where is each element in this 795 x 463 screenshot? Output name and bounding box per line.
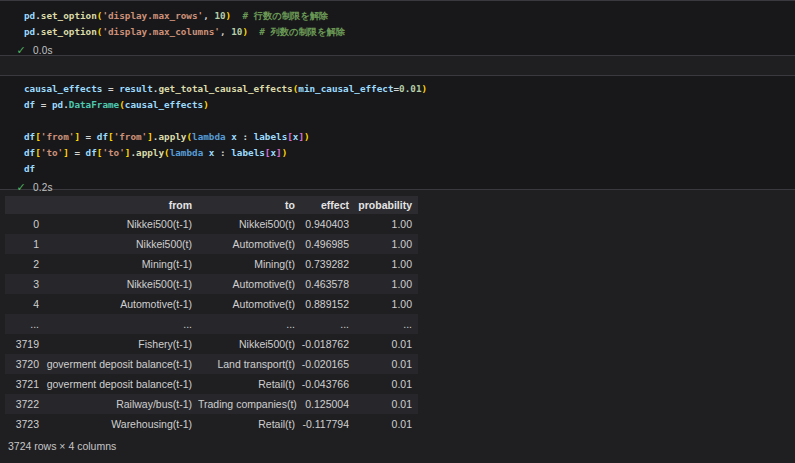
table-cell: 0.01 <box>355 394 418 414</box>
column-header: to <box>198 196 301 214</box>
table-cell: Automotive(t) <box>198 274 301 294</box>
table-cell: 4 <box>5 294 45 314</box>
column-header <box>5 196 45 214</box>
table-cell: -0.020165 <box>301 354 355 374</box>
code-line: df = pd.DataFrame(causal_effects) <box>24 97 795 113</box>
table-cell: -0.043766 <box>301 374 355 394</box>
code-line: pd.set_option('display.max_rows', 10) # … <box>24 8 795 24</box>
table-cell: 2 <box>5 254 45 274</box>
cell-output: fromtoeffectprobability 0Nikkei500(t-1)N… <box>0 190 795 452</box>
dataframe-body: 0Nikkei500(t-1)Nikkei500(t)0.9404031.001… <box>5 214 418 434</box>
table-row: 3722Railway/bus(t-1)Trading companies(t)… <box>5 394 418 414</box>
table-cell: Nikkei500(t) <box>45 234 198 254</box>
table-cell: 0.125004 <box>301 394 355 414</box>
code-cell-2: causal_effects = result.get_total_causal… <box>0 75 795 190</box>
dataframe-table: fromtoeffectprobability 0Nikkei500(t-1)N… <box>5 196 418 434</box>
table-cell: 0.739282 <box>301 254 355 274</box>
table-row: 3721goverment deposit balance(t-1)Retail… <box>5 374 418 394</box>
table-cell: 0 <box>5 214 45 234</box>
column-header: effect <box>301 196 355 214</box>
dataframe-header-row: fromtoeffectprobability <box>5 196 418 214</box>
table-cell: 3722 <box>5 394 45 414</box>
table-cell: Land transport(t) <box>198 354 301 374</box>
table-cell: 1 <box>5 234 45 254</box>
table-row: 3723Warehousing(t-1)Retail(t)-0.1177940.… <box>5 414 418 434</box>
notebook: pd.set_option('display.max_rows', 10) # … <box>0 0 795 452</box>
table-cell: Automotive(t) <box>198 234 301 254</box>
table-cell: Fishery(t-1) <box>45 334 198 354</box>
table-cell: 3719 <box>5 334 45 354</box>
table-cell: 3720 <box>5 354 45 374</box>
dataframe-shape-summary: 3724 rows × 4 columns <box>5 440 795 452</box>
table-row: 2Mining(t-1)Mining(t)0.7392821.00 <box>5 254 418 274</box>
table-cell: Nikkei500(t-1) <box>45 274 198 294</box>
table-cell: 0.01 <box>355 414 418 434</box>
table-row: 3720goverment deposit balance(t-1)Land t… <box>5 354 418 374</box>
column-header: probability <box>355 196 418 214</box>
success-check-icon: ✓ <box>9 181 33 194</box>
table-cell: Nikkei500(t) <box>198 214 301 234</box>
execution-time: 0.2s <box>33 182 53 193</box>
code-line: pd.set_option('display.max_columns', 10)… <box>24 24 795 40</box>
code-editor-1[interactable]: pd.set_option('display.max_rows', 10) # … <box>24 8 795 40</box>
table-cell: goverment deposit balance(t-1) <box>45 374 198 394</box>
table-cell: 3723 <box>5 414 45 434</box>
table-cell: 0.01 <box>355 374 418 394</box>
success-check-icon: ✓ <box>9 44 33 57</box>
table-cell: 0.889152 <box>301 294 355 314</box>
code-editor-2[interactable]: causal_effects = result.get_total_causal… <box>24 81 795 177</box>
table-row: 0Nikkei500(t-1)Nikkei500(t)0.9404031.00 <box>5 214 418 234</box>
table-row: 1Nikkei500(t)Automotive(t)0.4969851.00 <box>5 234 418 254</box>
table-cell: Nikkei500(t-1) <box>45 214 198 234</box>
execution-status-1: ✓ 0.0s <box>9 42 795 58</box>
table-cell: -0.117794 <box>301 414 355 434</box>
table-row: 3719Fishery(t-1)Nikkei500(t)-0.0187620.0… <box>5 334 418 354</box>
table-cell: Mining(t-1) <box>45 254 198 274</box>
table-row: 4Automotive(t-1)Automotive(t)0.8891521.0… <box>5 294 418 314</box>
table-row: ............... <box>5 314 418 334</box>
table-cell: ... <box>355 314 418 334</box>
table-cell: Retail(t) <box>198 414 301 434</box>
table-row: 3Nikkei500(t-1)Automotive(t)0.4635781.00 <box>5 274 418 294</box>
table-cell: 0.940403 <box>301 214 355 234</box>
table-cell: 0.496985 <box>301 234 355 254</box>
table-cell: -0.018762 <box>301 334 355 354</box>
code-line: causal_effects = result.get_total_causal… <box>24 81 795 97</box>
code-cell-1: pd.set_option('display.max_rows', 10) # … <box>0 0 795 56</box>
execution-time: 0.0s <box>33 45 53 56</box>
table-cell: 3 <box>5 274 45 294</box>
table-cell: Trading companies(t) <box>198 394 301 414</box>
code-line <box>24 113 795 129</box>
column-header: from <box>45 196 198 214</box>
table-cell: Railway/bus(t-1) <box>45 394 198 414</box>
table-cell: 1.00 <box>355 234 418 254</box>
table-cell: 1.00 <box>355 254 418 274</box>
table-cell: Retail(t) <box>198 374 301 394</box>
table-cell: 1.00 <box>355 294 418 314</box>
table-cell: 0.01 <box>355 354 418 374</box>
code-line: df <box>24 161 795 177</box>
code-line: df['from'] = df['from'].apply(lambda x :… <box>24 129 795 145</box>
table-cell: Warehousing(t-1) <box>45 414 198 434</box>
table-cell: Mining(t) <box>198 254 301 274</box>
table-cell: ... <box>45 314 198 334</box>
table-cell: ... <box>301 314 355 334</box>
table-cell: ... <box>5 314 45 334</box>
table-cell: 1.00 <box>355 214 418 234</box>
table-cell: goverment deposit balance(t-1) <box>45 354 198 374</box>
code-line: df['to'] = df['to'].apply(lambda x : lab… <box>24 145 795 161</box>
table-cell: 1.00 <box>355 274 418 294</box>
table-cell: Nikkei500(t) <box>198 334 301 354</box>
table-cell: Automotive(t) <box>198 294 301 314</box>
table-cell: Automotive(t-1) <box>45 294 198 314</box>
table-cell: 0.01 <box>355 334 418 354</box>
table-cell: ... <box>198 314 301 334</box>
table-cell: 0.463578 <box>301 274 355 294</box>
table-cell: 3721 <box>5 374 45 394</box>
